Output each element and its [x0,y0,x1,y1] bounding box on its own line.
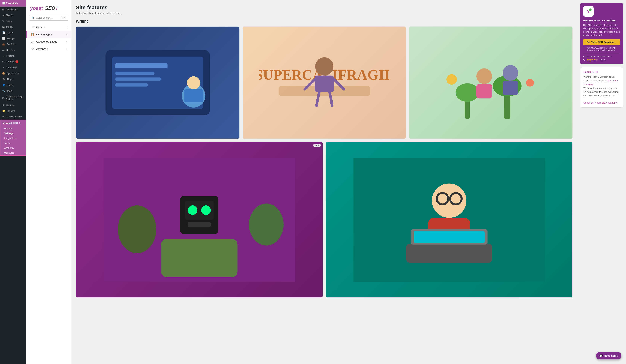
nav-item-content-types[interactable]: 📋 Content types ▾ [26,31,71,38]
footers-icon: ▭ [2,54,4,57]
plugins-icon: 🔌 [2,78,5,81]
svg-point-31 [188,205,197,215]
admin-sidebar-top[interactable]: ⊞ Essentials [0,0,26,6]
sidebar-item-users[interactable]: 👤 Users [0,82,26,88]
inclusive-illustration [409,27,572,139]
content-types-nav-icon: 📋 [31,33,34,36]
sidebar-item-wpbakery[interactable]: ⊞ WPBakery Page Builder [0,94,26,102]
sidebar-item-dashboard[interactable]: ⊞ Dashboard [0,6,26,12]
wpmail-label: WP Mail SMTP [6,115,22,118]
arrow-indicator: ➜ [26,131,26,136]
sidebar-item-popups[interactable]: ⬜ Popups [0,35,26,41]
features-grid-writing-2: Beta [76,142,573,298]
reviews-row: G ★★★★☆ 4.6 / 5 [583,58,620,61]
complianz-label: Complianz [6,66,17,69]
yoast-academy-link[interactable]: Yoast SEO academy [583,79,618,86]
search-box[interactable]: 🔍 ⌘K [29,15,68,21]
yoast-sub-academy[interactable]: Academy [0,146,26,150]
sidebar-item-footers[interactable]: ▭ Footers [0,53,26,59]
sidebar-item-headers[interactable]: ▭ Headers [0,47,26,53]
readability-svg: SUPERCALIFRAGIL [259,38,390,128]
nav-item-categories[interactable]: 🏷 Categories & tags ▾ [26,38,71,45]
settings-label: Settings [6,104,14,106]
features-grid-writing: SEO analysis The SEO analysis offers sug… [76,27,573,139]
sidebar-item-posts[interactable]: ✎ Posts [0,18,26,24]
complianz-icon: ✓ [2,66,4,69]
general-nav-icon: 🖥 [31,26,34,29]
sidebar-item-filebird[interactable]: 📁 FileBird [0,108,26,114]
filebird-icon: 📁 [2,109,5,112]
search-input[interactable] [36,16,59,19]
nav-item-advanced[interactable]: ⚙ Advanced ▾ [26,45,71,53]
need-help-button[interactable]: 💬 Need help? [596,352,622,360]
yoast-badge: 1 [19,122,20,124]
contact-badge: 1 [15,60,18,63]
advanced-nav-icon: ⚙ [31,47,34,51]
rating-text: 4.6 / 5 [599,59,606,61]
portfolio-label: Portfolio [7,43,15,46]
yoast-settings-nav: yoast SEO / 🔍 ⌘K 🖥 General ▾ 📋 Content t… [26,0,71,364]
svg-point-25 [446,74,457,85]
search-shortcut: ⌘K [61,16,66,19]
pages-icon: 📄 [2,31,5,34]
page-title: Site features [76,4,573,10]
posts-icon: ✎ [2,20,4,23]
filebird-label: FileBird [7,110,15,112]
essentials-label: Essentials [6,2,18,5]
svg-rect-33 [188,222,211,228]
media-icon: 🖼 [2,26,5,28]
svg-point-7 [187,76,200,89]
yoast-sidebar-section: Y Yoast SEO 1 General Settings ➜ Integra… [0,120,26,156]
sidebar-item-complianz[interactable]: ✓ Complianz [0,65,26,70]
sitekit-icon: ◈ [2,14,4,17]
media-label: Media [6,26,13,28]
sidebar-item-contact[interactable]: ✉ Contact 1 [0,59,26,65]
yoast-sub-settings[interactable]: Settings ➜ [0,131,26,136]
section-writing-title: Writing [76,19,573,24]
page-subtitle: Tell us which features you want to use. [76,12,573,15]
sidebar-item-appearance[interactable]: 🎨 Appearance [0,70,26,76]
sidebar-item-wpmail[interactable]: ✉ WP Mail SMTP [0,114,26,120]
advanced-nav-label: Advanced [36,47,48,50]
categories-chevron-icon: ▾ [66,40,68,43]
feature-card-inclusive: Inclusive language analysis The inclusiv… [409,27,573,139]
content-types-chevron-icon: ▾ [66,33,68,36]
nav-item-general[interactable]: 🖥 General ▾ [26,24,71,31]
sidebar-item-portfolio[interactable]: 💼 Portfolio [0,41,26,47]
yoast-parent-item[interactable]: Y Yoast SEO 1 [0,120,26,126]
yoast-sub-tools[interactable]: Tools [0,141,26,146]
svg-rect-19 [504,96,510,119]
sitekit-label: Site Kit [6,14,13,17]
yoast-sub-upgrades[interactable]: Upgrades [0,150,26,155]
sidebar-item-media[interactable]: 🖼 Media [0,24,26,30]
sidebar-item-plugins[interactable]: 🔌 Plugins [0,76,26,82]
sidebar-item-settings[interactable]: ⚙ Settings [0,102,26,108]
tools-label: Tools [7,90,12,92]
right-sidebar: Y Get Yoast SEO Premium Use AI to genera… [577,0,626,364]
premium-card-title: Get Yoast SEO Premium [583,19,620,22]
advanced-chevron-icon: ▾ [66,48,68,50]
logo-slash: / [56,5,57,11]
general-nav-label: General [36,26,46,29]
yoast-sub-integrations[interactable]: Integrations [0,136,26,141]
svg-rect-17 [465,99,470,119]
premium-btn[interactable]: Get Yoast SEO Premium → [583,39,620,45]
content-area: Site features Tell us which features you… [71,0,577,364]
yoast-logo-svg: Y [585,7,592,15]
svg-rect-28 [161,239,238,277]
sidebar-item-pages[interactable]: 📄 Pages [0,30,26,35]
svg-rect-12 [314,76,334,92]
check-out-academy-link[interactable]: Check out Yoast SEO academy [583,101,617,104]
beta-badge: Beta [313,144,321,147]
svg-point-18 [456,83,479,101]
sidebar-item-tools[interactable]: 🔧 Tools [0,88,26,94]
premium-btn-label: Get Yoast SEO Premium → [587,41,617,43]
learn-seo-title: Learn SEO [583,70,620,73]
premium-price-note: Only $/€/£99 per year (ex VAT)30-day mon… [583,47,620,51]
categories-nav-icon: 🏷 [31,40,34,43]
yoast-sub-general[interactable]: General [0,126,26,131]
yoast-logo: yoast SEO / [26,3,71,15]
svg-rect-4 [115,77,161,81]
insights-svg [351,158,548,282]
sidebar-item-sitekit[interactable]: ◈ Site Kit [0,12,26,18]
